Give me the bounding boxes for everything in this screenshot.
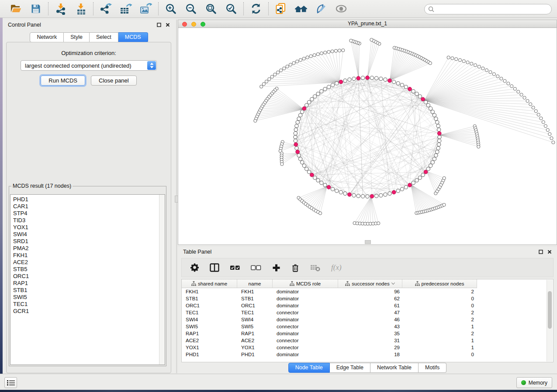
mcds-node[interactable] xyxy=(302,107,306,110)
tab-mcds[interactable]: MCDS xyxy=(118,32,148,42)
list-item[interactable]: SWI5 xyxy=(13,294,165,301)
run-mcds-button[interactable]: Run MCDS xyxy=(41,76,85,86)
memory-button[interactable]: Memory xyxy=(516,377,552,388)
table-row[interactable]: SWI4SWI4dominator462 xyxy=(182,316,553,323)
mcds-node[interactable] xyxy=(366,76,370,80)
network-overview-icon[interactable] xyxy=(294,2,308,15)
delete-column-icon[interactable] xyxy=(291,263,300,272)
export-table-icon[interactable] xyxy=(119,2,132,15)
mcds-node[interactable] xyxy=(408,183,412,187)
table-row[interactable]: RAP1RAP1dominator352 xyxy=(182,330,553,337)
minimize-window-icon[interactable] xyxy=(191,22,196,27)
list-item[interactable]: TEC1 xyxy=(13,301,165,308)
open-icon[interactable] xyxy=(9,2,22,15)
add-column-icon[interactable] xyxy=(272,264,280,272)
mcds-node[interactable] xyxy=(356,76,360,80)
save-icon[interactable] xyxy=(29,2,42,15)
mcds-node[interactable] xyxy=(424,170,428,174)
table-scrollbar-thumb[interactable] xyxy=(548,291,552,329)
search-input[interactable] xyxy=(436,6,548,13)
tab-select[interactable]: Select xyxy=(90,32,118,42)
mcds-node[interactable] xyxy=(437,131,441,135)
zoom-selected-icon[interactable] xyxy=(225,2,238,15)
list-item[interactable]: ACE2 xyxy=(13,259,165,266)
column-header-MCDS-role[interactable]: MCDS role xyxy=(273,279,338,288)
gear-icon[interactable] xyxy=(190,263,199,272)
list-item[interactable]: PHD1 xyxy=(13,196,165,203)
mcds-node[interactable] xyxy=(294,143,298,147)
table-scrollbar[interactable] xyxy=(547,280,553,361)
float-window-icon[interactable] xyxy=(156,23,161,28)
list-item[interactable]: PMA2 xyxy=(13,245,165,252)
node-table[interactable]: shared namenameMCDS rolesuccessor nodesp… xyxy=(181,279,554,362)
close-window-icon[interactable] xyxy=(182,22,187,27)
list-item[interactable]: TID3 xyxy=(13,217,165,224)
zoom-out-icon[interactable] xyxy=(184,2,197,15)
list-item[interactable]: CAR1 xyxy=(13,203,165,210)
list-item[interactable]: SWI4 xyxy=(13,231,165,238)
table-row[interactable]: PHD1PHD1dominator180 xyxy=(182,351,553,358)
close-panel-button[interactable]: Close panel xyxy=(91,76,137,86)
column-header-successor-nodes[interactable]: successor nodes xyxy=(338,279,402,288)
task-history-button[interactable] xyxy=(4,377,17,388)
refresh-icon[interactable] xyxy=(249,2,263,15)
table-row[interactable]: ORC1ORC1dominator610 xyxy=(182,302,553,309)
tab-network-table[interactable]: Network Table xyxy=(370,363,419,373)
select-all-icon[interactable] xyxy=(230,265,240,271)
mcds-node[interactable] xyxy=(296,150,300,154)
list-item[interactable]: SRD1 xyxy=(13,238,165,245)
list-item[interactable]: GCR1 xyxy=(13,308,165,315)
mcds-node[interactable] xyxy=(339,80,343,84)
search-box[interactable] xyxy=(424,4,552,14)
close-panel-icon[interactable] xyxy=(165,23,170,28)
mcds-node[interactable] xyxy=(388,79,392,83)
column-header-name[interactable]: name xyxy=(237,279,273,288)
table-row[interactable]: TEC1TEC1connector472 xyxy=(182,309,553,316)
style-editor-icon[interactable] xyxy=(315,2,328,15)
split-panel-icon[interactable] xyxy=(210,263,219,272)
list-item[interactable]: STP4 xyxy=(13,210,165,217)
mcds-node[interactable] xyxy=(370,194,374,198)
network-window-titlebar[interactable]: YPA_prune.txt_1 xyxy=(178,20,557,28)
maximize-window-icon[interactable] xyxy=(201,22,205,27)
delete-table-icon[interactable] xyxy=(310,264,321,272)
mcds-node[interactable] xyxy=(310,173,314,177)
float-window-icon[interactable] xyxy=(538,250,543,254)
zoom-fit-icon[interactable] xyxy=(204,2,218,15)
list-item[interactable]: RAP1 xyxy=(13,280,165,287)
clone-network-icon[interactable] xyxy=(274,2,287,15)
network-nodes[interactable] xyxy=(254,38,555,226)
list-item[interactable]: YOX1 xyxy=(13,224,165,231)
list-item[interactable]: STB5 xyxy=(13,266,165,273)
deselect-all-icon[interactable] xyxy=(251,265,261,271)
export-network-icon[interactable] xyxy=(99,2,112,15)
import-table-icon[interactable] xyxy=(74,2,87,15)
export-image-icon[interactable] xyxy=(139,2,152,15)
tab-edge-table[interactable]: Edge Table xyxy=(330,363,370,373)
horizontal-splitter-handle[interactable] xyxy=(365,240,371,244)
table-row[interactable]: FKH1FKH1dominator962 xyxy=(182,288,553,295)
list-item[interactable]: STB1 xyxy=(13,287,165,294)
close-panel-icon[interactable] xyxy=(547,250,552,254)
import-network-icon[interactable] xyxy=(54,2,67,15)
mcds-node[interactable] xyxy=(421,97,425,101)
network-canvas[interactable] xyxy=(178,28,557,244)
mcds-node[interactable] xyxy=(348,193,352,196)
tab-network[interactable]: Network xyxy=(30,32,64,42)
list-item[interactable]: ORC1 xyxy=(13,273,165,280)
list-item[interactable]: FKH1 xyxy=(13,252,165,259)
tab-node-table[interactable]: Node Table xyxy=(288,363,330,373)
table-row[interactable]: YOX1YOX1connector291 xyxy=(182,344,553,351)
mcds-node[interactable] xyxy=(327,185,331,189)
zoom-in-icon[interactable] xyxy=(164,2,177,15)
table-row[interactable]: STB1STB1dominator620 xyxy=(182,295,553,302)
tab-style[interactable]: Style xyxy=(64,32,90,42)
column-header-predecessor-nodes[interactable]: predecessor nodes xyxy=(402,279,477,288)
table-row[interactable]: ACE2ACE2connector311 xyxy=(182,337,553,344)
show-graphics-icon[interactable] xyxy=(335,2,348,15)
table-row[interactable]: SWI5SWI5connector431 xyxy=(182,323,553,330)
tab-motifs[interactable]: Motifs xyxy=(419,363,446,373)
criterion-select[interactable]: largest connected component (undirected) xyxy=(21,60,157,71)
result-list-scrollbar[interactable] xyxy=(159,195,165,364)
mcds-node[interactable] xyxy=(408,87,412,91)
